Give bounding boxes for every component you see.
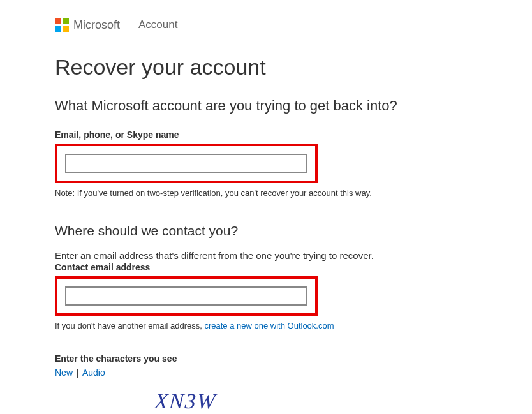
no-email-hint: If you don't have another email address,… (55, 321, 532, 330)
captcha-label: Enter the characters you see (55, 353, 532, 364)
account-question-heading: What Microsoft account are you trying to… (55, 98, 532, 114)
header-divider (129, 18, 129, 32)
microsoft-logo-icon (55, 18, 69, 32)
contact-instruction: Enter an email address that's different … (55, 250, 532, 261)
no-email-prefix: If you don't have another email address, (55, 321, 204, 330)
contact-label: Contact email address (55, 262, 532, 272)
twostep-note: Note: If you've turned on two-step verif… (55, 188, 532, 198)
captcha-separator: | (77, 367, 79, 378)
identifier-label: Email, phone, or Skype name (55, 129, 532, 140)
identifier-input[interactable] (65, 154, 307, 173)
page-title: Recover your account (55, 55, 532, 80)
identifier-input-highlight (55, 144, 318, 183)
header-section: Account (138, 18, 177, 31)
contact-input-highlight (55, 276, 318, 316)
captcha-audio-link[interactable]: Audio (82, 367, 105, 378)
captcha-new-link[interactable]: New (55, 367, 73, 378)
captcha-links: New | Audio (55, 367, 532, 378)
create-outlook-link[interactable]: create a new one with Outlook.com (204, 321, 334, 330)
header: Microsoft Account (55, 18, 532, 32)
brand-name: Microsoft (73, 18, 120, 32)
contact-email-input[interactable] (65, 286, 307, 306)
contact-question-heading: Where should we contact you? (55, 223, 532, 239)
captcha-image: XN3W (131, 389, 241, 413)
